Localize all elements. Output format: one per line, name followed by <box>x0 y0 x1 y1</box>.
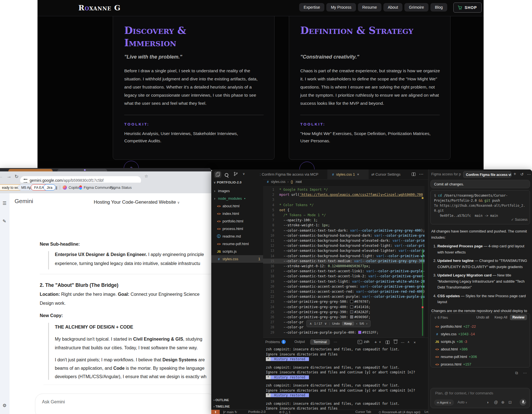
panel-more-icon[interactable]: ⋯ <box>334 340 337 344</box>
undo-all-button[interactable]: Undo all <box>476 315 489 319</box>
review-button[interactable]: Review <box>510 315 527 320</box>
new-chat-icon[interactable]: ✎ <box>3 218 6 224</box>
explorer-header[interactable]: ∨ PORTFOLIO-2.0 <box>214 181 242 184</box>
undo-button[interactable]: Undo <box>332 322 340 325</box>
source-control-icon[interactable] <box>234 172 238 177</box>
keep-all-button[interactable]: Keep All <box>494 315 507 319</box>
changed-file-process.html[interactable]: <>process.html+157 <box>432 360 528 368</box>
maximize-panel-icon[interactable]: ∧ <box>407 340 409 343</box>
outline-section[interactable]: › OUTLINE <box>214 398 229 402</box>
scrollbar-diff-added[interactable] <box>422 249 423 336</box>
problems-status[interactable]: ⊘ 0 △ 1 <box>279 410 290 414</box>
site-logo[interactable]: Roxanne G <box>78 4 121 12</box>
half-circle-icon[interactable]: ◗ <box>487 400 489 404</box>
changed-file-portfolio.html[interactable]: <>portfolio.html+27-22 <box>432 322 528 331</box>
copy-icon[interactable]: ⧉ <box>515 371 518 375</box>
timeline-section[interactable]: › TIMELINE <box>214 405 230 408</box>
keep-button[interactable]: Keep <box>342 322 354 325</box>
nav-item-my-process[interactable]: My Process <box>326 3 356 11</box>
explorer-file-about.html[interactable]: <>about.html <box>211 202 263 210</box>
forward-icon[interactable]: → <box>7 174 11 179</box>
new-chat-plus-icon[interactable]: + <box>514 171 516 176</box>
files-count[interactable]: ∨ 6 Files <box>434 315 448 320</box>
gemini-input-box[interactable]: Ask Gemini + Tools <box>35 394 211 414</box>
message-more-icon[interactable]: ⋯ <box>523 371 527 375</box>
git-branch-status[interactable]: main ↻ <box>223 410 237 414</box>
shop-button[interactable]: SHOP <box>453 3 482 13</box>
menu-icon[interactable]: ☰ <box>3 201 6 206</box>
browser-tabstrip[interactable] <box>0 168 211 171</box>
mention-icon[interactable]: @ <box>494 400 498 404</box>
tab-problems[interactable]: Problems1 <box>265 340 286 344</box>
close-panel-icon[interactable]: × <box>414 340 416 345</box>
tab-cursor-settings[interactable]: ⇄ Cursor Settings <box>369 169 404 179</box>
web-icon[interactable]: ⊕ <box>501 400 505 404</box>
next-file-icon[interactable]: › <box>366 322 367 325</box>
more-actions-icon[interactable]: ⋯ <box>419 171 423 177</box>
explorer-file-index.html[interactable]: <>index.html <box>211 210 263 217</box>
explorer-file-resume-pdf.html[interactable]: <>resume-pdf.html <box>211 240 263 248</box>
nav-item-expertise[interactable]: Expertise <box>299 3 324 11</box>
breadcrumb[interactable]: #styles.css › {} :root <box>265 180 302 186</box>
voice-button[interactable] <box>520 399 526 406</box>
chevron-down-icon[interactable]: ∨ <box>243 172 245 176</box>
agent-mode-selector[interactable]: ∞ Agent ∨ <box>434 399 454 406</box>
nav-item-blog[interactable]: Blog <box>430 3 447 11</box>
cursor-tab-status[interactable]: Cursor Tab <box>355 410 371 413</box>
changed-file-about.html[interactable]: <>about.html+386 <box>432 345 528 353</box>
new-terminal-icon[interactable]: + <box>374 339 377 344</box>
reload-icon[interactable]: ↻ <box>15 174 18 180</box>
chat-title-tab[interactable]: Confirm Figma file access via <box>463 171 511 178</box>
bookmark-star-icon[interactable]: ☆ <box>144 174 148 179</box>
kill-terminal-icon[interactable] <box>394 341 397 344</box>
shell-label[interactable]: zsh <box>364 340 369 344</box>
tab-output[interactable]: Output <box>294 340 305 344</box>
nav-item-about[interactable]: About <box>383 3 403 11</box>
image-icon[interactable]: ⊡ <box>508 400 512 404</box>
explorer-file-styles.css[interactable]: #styles.css1 <box>211 255 263 263</box>
tab-terminal[interactable]: Terminal <box>310 339 330 345</box>
remote-indicator[interactable] <box>211 410 220 414</box>
explorer-file-readme.md[interactable]: ⓘreadme.md <box>211 232 263 240</box>
changed-file-resume-pdf.html[interactable]: <>resume-pdf.html+306 <box>432 353 528 361</box>
changed-file-styles.css[interactable]: #styles.css+1043-14 <box>432 330 528 338</box>
terminal-output[interactable]: zsh compinit: insecure directories and f… <box>266 347 415 414</box>
changed-file-scripts.js[interactable]: JSscripts.js+36-3 <box>432 338 528 346</box>
chat-more-icon[interactable]: ⋯ <box>527 172 531 176</box>
bookmark-copilot[interactable]: Copilot <box>63 185 80 190</box>
diff-down-icon[interactable]: ∨ <box>324 322 327 325</box>
bookmark-jira[interactable]: Jira <box>43 184 56 190</box>
tab-styles-css[interactable]: #styles.css 1 × <box>328 169 369 179</box>
panel-more2-icon[interactable]: ⋯ <box>401 340 404 345</box>
explorer-file-scripts.js[interactable]: JSscripts.js <box>211 248 263 255</box>
browser-tab-1[interactable] <box>8 169 53 171</box>
search-icon[interactable] <box>225 173 228 178</box>
chat-input-box[interactable]: Plan, @ for context, / for commands ∞ Ag… <box>430 388 530 408</box>
history-icon[interactable]: ↺ <box>520 172 524 176</box>
sync-icon[interactable]: ↻ <box>235 410 237 414</box>
split-terminal-icon[interactable] <box>386 341 390 344</box>
explorer-file-process.html[interactable]: <>process.html <box>211 225 263 232</box>
model-selector[interactable]: Auto ∨ <box>458 400 467 404</box>
diff-up-icon[interactable]: ∧ <box>310 322 312 325</box>
tab-confirm-figma[interactable]: : Confirm Figma file access via MCP <box>257 169 328 179</box>
close-icon[interactable]: × <box>357 172 359 176</box>
chat-previous-title[interactable]: Figma access for p <box>431 172 462 176</box>
split-editor-icon[interactable] <box>412 173 416 176</box>
back-icon[interactable]: ← <box>0 174 3 179</box>
explorer-file-images[interactable]: ›images <box>211 187 263 195</box>
bookmark-figma-status[interactable]: Figma Status <box>109 185 132 190</box>
site-settings-icon[interactable] <box>24 179 27 183</box>
terminal-dropdown-icon[interactable]: ∨ <box>379 340 381 343</box>
explorer-activity-icon[interactable] <box>214 171 221 178</box>
explorer-file-node_modules[interactable]: ›node_modules● <box>211 195 263 202</box>
browser-tab-2[interactable] <box>57 169 107 171</box>
nav-item-grimoire[interactable]: Grimoire <box>404 3 428 11</box>
prev-file-icon[interactable]: ‹ <box>356 322 357 325</box>
code-editor[interactable]: 1* Google Fonts Import */2mport url('htt… <box>263 186 425 338</box>
settings-gear-icon[interactable]: ⚙ <box>3 403 6 408</box>
conversation-title[interactable]: Hosting Your Code-Generated Website ∨ <box>94 199 180 205</box>
nav-item-resume[interactable]: Resume <box>358 3 381 11</box>
explorer-file-portfolio.html[interactable]: <>portfolio.html <box>211 217 263 225</box>
project-status[interactable]: Portfolio-2.0 <box>248 410 266 413</box>
